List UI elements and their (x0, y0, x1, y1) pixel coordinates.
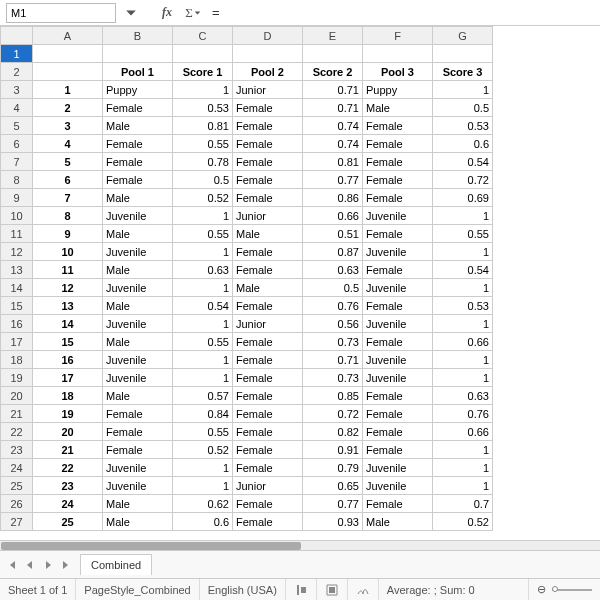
cell[interactable]: Juvenile (103, 477, 173, 495)
cell[interactable]: 13 (33, 297, 103, 315)
cell[interactable]: 1 (433, 459, 493, 477)
cell[interactable]: Female (363, 387, 433, 405)
zoom-slider[interactable] (552, 589, 592, 591)
sum-button[interactable]: Σ (182, 3, 204, 23)
col-header[interactable]: D (233, 27, 303, 45)
cell[interactable]: 3 (33, 117, 103, 135)
cell[interactable]: 5 (33, 153, 103, 171)
cell[interactable]: Juvenile (363, 243, 433, 261)
cell[interactable]: Female (103, 135, 173, 153)
cell[interactable]: Male (233, 225, 303, 243)
cell[interactable]: 0.54 (433, 261, 493, 279)
cell[interactable]: Female (233, 423, 303, 441)
cell[interactable]: Female (103, 153, 173, 171)
last-sheet-icon[interactable] (60, 559, 72, 571)
cell[interactable]: 0.78 (173, 153, 233, 171)
row-header[interactable]: 12 (1, 243, 33, 261)
cell[interactable]: 0.53 (433, 297, 493, 315)
row-header[interactable]: 9 (1, 189, 33, 207)
cell[interactable]: Female (233, 99, 303, 117)
col-header[interactable]: B (103, 27, 173, 45)
row-header[interactable]: 11 (1, 225, 33, 243)
cell[interactable] (33, 63, 103, 81)
col-header[interactable]: A (33, 27, 103, 45)
cell[interactable]: Female (233, 135, 303, 153)
cell[interactable]: 15 (33, 333, 103, 351)
cell[interactable]: Female (363, 297, 433, 315)
cell[interactable]: Female (103, 99, 173, 117)
cell[interactable]: Female (103, 405, 173, 423)
insert-mode-icon[interactable] (286, 579, 317, 600)
cell[interactable]: 25 (33, 513, 103, 531)
cell[interactable]: 0.52 (173, 441, 233, 459)
cell[interactable]: Female (363, 225, 433, 243)
cell[interactable]: Male (103, 261, 173, 279)
cell[interactable]: 0.5 (303, 279, 363, 297)
selection-mode-icon[interactable] (317, 579, 348, 600)
cell[interactable]: 0.51 (303, 225, 363, 243)
cell[interactable]: Junior (233, 477, 303, 495)
cell[interactable]: 1 (173, 369, 233, 387)
cell[interactable]: Male (103, 513, 173, 531)
cell[interactable]: Male (103, 333, 173, 351)
cell[interactable]: Female (233, 189, 303, 207)
cell[interactable]: 0.54 (173, 297, 233, 315)
cell[interactable]: Female (363, 423, 433, 441)
cell[interactable]: Junior (233, 315, 303, 333)
row-header[interactable]: 17 (1, 333, 33, 351)
cell[interactable]: 23 (33, 477, 103, 495)
function-wizard-button[interactable]: fx (156, 3, 178, 23)
cell[interactable]: 1 (173, 243, 233, 261)
dropdown-button[interactable] (120, 3, 142, 23)
cell[interactable]: 0.93 (303, 513, 363, 531)
cell[interactable]: Junior (233, 207, 303, 225)
cell[interactable]: 22 (33, 459, 103, 477)
cell[interactable]: Female (233, 171, 303, 189)
cell[interactable]: 0.71 (303, 351, 363, 369)
cell[interactable]: 0.82 (303, 423, 363, 441)
row-header[interactable]: 6 (1, 135, 33, 153)
cell[interactable]: 14 (33, 315, 103, 333)
cell[interactable]: 0.63 (303, 261, 363, 279)
cell[interactable]: 0.65 (303, 477, 363, 495)
cell[interactable]: Male (103, 117, 173, 135)
cell[interactable]: 1 (173, 351, 233, 369)
cell[interactable]: Female (363, 495, 433, 513)
tab-combined[interactable]: Combined (80, 554, 152, 575)
cell[interactable]: Male (103, 189, 173, 207)
cell[interactable]: 1 (173, 459, 233, 477)
cell-reference-input[interactable] (6, 3, 116, 23)
cell[interactable]: 0.91 (303, 441, 363, 459)
spreadsheet-grid[interactable]: ABCDEFG12Pool 1Score 1Pool 2Score 2Pool … (0, 26, 600, 540)
cell[interactable]: 0.5 (433, 99, 493, 117)
cell[interactable]: 0.74 (303, 117, 363, 135)
cell[interactable]: 0.55 (173, 333, 233, 351)
row-header[interactable]: 15 (1, 297, 33, 315)
cell[interactable]: 0.84 (173, 405, 233, 423)
cell[interactable]: Female (103, 423, 173, 441)
row-header[interactable]: 14 (1, 279, 33, 297)
cell[interactable]: 0.73 (303, 333, 363, 351)
cell[interactable]: 0.76 (303, 297, 363, 315)
cell[interactable]: 19 (33, 405, 103, 423)
cell[interactable]: 0.5 (173, 171, 233, 189)
cell[interactable]: 20 (33, 423, 103, 441)
cell[interactable]: Female (103, 171, 173, 189)
cell[interactable]: 0.62 (173, 495, 233, 513)
cell[interactable]: 8 (33, 207, 103, 225)
row-header[interactable]: 21 (1, 405, 33, 423)
cell[interactable]: 0.69 (433, 189, 493, 207)
row-header[interactable]: 25 (1, 477, 33, 495)
cell[interactable]: Score 1 (173, 63, 233, 81)
cell[interactable]: 1 (173, 279, 233, 297)
cell[interactable]: 0.55 (173, 423, 233, 441)
row-header[interactable]: 3 (1, 81, 33, 99)
cell[interactable]: 0.71 (303, 99, 363, 117)
row-header[interactable]: 18 (1, 351, 33, 369)
cell[interactable]: 6 (33, 171, 103, 189)
cell[interactable]: 0.77 (303, 171, 363, 189)
row-header[interactable]: 13 (1, 261, 33, 279)
row-header[interactable]: 16 (1, 315, 33, 333)
cell[interactable]: 0.76 (433, 405, 493, 423)
cell[interactable]: Junior (233, 81, 303, 99)
